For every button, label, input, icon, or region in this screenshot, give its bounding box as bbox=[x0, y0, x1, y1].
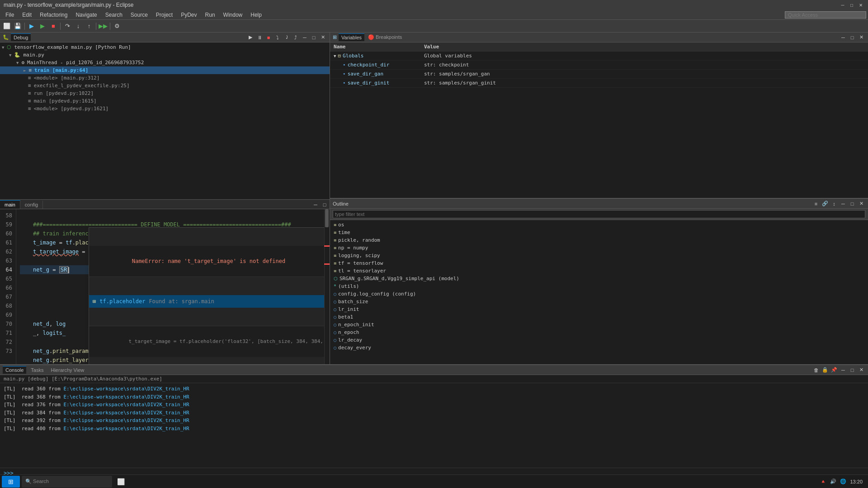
outline-item-np[interactable]: ≡ np = numpy bbox=[330, 244, 868, 252]
menu-search[interactable]: Search bbox=[102, 11, 126, 19]
menu-help[interactable]: Help bbox=[247, 11, 265, 19]
console-min-btn[interactable]: ─ bbox=[839, 366, 847, 374]
outline-item-n-epoch[interactable]: ○ n_epoch bbox=[330, 328, 868, 336]
save-button[interactable]: 💾 bbox=[13, 21, 23, 31]
outline-link-btn[interactable]: 🔗 bbox=[821, 200, 829, 208]
vars-min-btn[interactable]: ─ bbox=[839, 33, 847, 42]
outline-item-n-epoch-init[interactable]: ○ n_epoch_init bbox=[330, 321, 868, 328]
debug-suspend-btn[interactable]: ⏸ bbox=[255, 33, 264, 42]
outline-sort-btn[interactable]: ↕ bbox=[830, 200, 838, 208]
settings-button[interactable]: ⚙ bbox=[112, 21, 122, 31]
debug-stop-btn[interactable]: ■ bbox=[264, 33, 273, 42]
menubar: File Edit Refactoring Navigate Search So… bbox=[0, 10, 868, 20]
outline-min-btn[interactable]: ─ bbox=[839, 200, 847, 208]
code-line-64: net_g = SR NameError: name 't_target_ima… bbox=[20, 265, 321, 274]
close-button[interactable]: ✕ bbox=[857, 1, 864, 9]
tree-item-run[interactable]: ▼ ⬡ tensorflow_example main.py [Python R… bbox=[0, 43, 330, 51]
tab-main[interactable]: main bbox=[0, 200, 20, 209]
outline-item-tf[interactable]: ≡ tf = tensorflow bbox=[330, 259, 868, 267]
vars-close-btn[interactable]: ✕ bbox=[857, 33, 865, 42]
outline-item-time[interactable]: ≡ time bbox=[330, 229, 868, 236]
run-button[interactable]: ▶ bbox=[38, 21, 47, 31]
minimize-button[interactable]: ─ bbox=[839, 1, 846, 9]
stop-button[interactable]: ■ bbox=[48, 21, 58, 31]
start-button[interactable]: ⊞ bbox=[2, 476, 20, 488]
tree-item-main-pydev[interactable]: ≡ main [pydevd.py:1615] bbox=[0, 97, 330, 105]
outline-filter-input[interactable] bbox=[333, 210, 865, 218]
menu-project[interactable]: Project bbox=[152, 11, 176, 19]
debug-close-btn[interactable]: ✕ bbox=[319, 33, 327, 42]
vars-row-save-gan[interactable]: • save_dir_gan str: samples/srgan_gan bbox=[330, 70, 868, 79]
console-output[interactable]: [TL] read 360 from E:\eclipse-workspace\… bbox=[0, 383, 868, 468]
outline-item-decay-every[interactable]: ○ decay_every bbox=[330, 344, 868, 352]
outline-collapse-btn[interactable]: ≡ bbox=[812, 200, 820, 208]
debug-step-into-btn[interactable]: ⤵ bbox=[274, 33, 282, 42]
console-close-btn[interactable]: ✕ bbox=[857, 366, 865, 374]
editor-maximize-btn[interactable]: □ bbox=[321, 201, 329, 209]
outline-item-srgan[interactable]: ⬡ SRGAN_g.SRGAN_d,Vgg19_simple_api (mode… bbox=[330, 275, 868, 282]
debug-button[interactable]: ▶ bbox=[27, 21, 37, 31]
resume-button[interactable]: ▶▶ bbox=[98, 21, 108, 31]
new-button[interactable]: ⬜ bbox=[2, 21, 12, 31]
outline-close-btn[interactable]: ✕ bbox=[857, 200, 865, 208]
debug-minimize-btn[interactable]: ─ bbox=[301, 33, 309, 42]
variables-tab[interactable]: Variables bbox=[339, 33, 364, 41]
debug-tab[interactable]: Debug bbox=[11, 33, 31, 41]
menu-run[interactable]: Run bbox=[202, 11, 219, 19]
console-pin-btn[interactable]: 📌 bbox=[830, 366, 838, 374]
debug-step-return-btn[interactable]: ⤴ bbox=[292, 33, 300, 42]
autocomplete-item[interactable]: ⊞ tf.placeholder Found at: srgan.main bbox=[89, 295, 324, 308]
outline-item-config[interactable]: ○ config.log_config (config) bbox=[330, 290, 868, 298]
console-clear-btn[interactable]: 🗑 bbox=[812, 366, 820, 374]
menu-window[interactable]: Window bbox=[220, 11, 246, 19]
code-content[interactable]: ###============================= DEFINE … bbox=[16, 209, 324, 364]
menu-pydev[interactable]: PyDev bbox=[177, 11, 200, 19]
menu-edit[interactable]: Edit bbox=[19, 11, 35, 19]
tree-item-execfile[interactable]: ≡ execfile_l_pydev_execfile.py:25] bbox=[0, 82, 330, 89]
vars-row-save-ginit[interactable]: • save_dir_ginit str: samples/srgan_gini… bbox=[330, 79, 868, 88]
menu-source[interactable]: Source bbox=[127, 11, 151, 19]
search-taskbar[interactable]: 🔍 Search bbox=[22, 476, 112, 488]
outline-item-batch-size[interactable]: ○ batch_size bbox=[330, 298, 868, 305]
outline-item-os[interactable]: ≡ os bbox=[330, 221, 868, 229]
step-over-button[interactable]: ↷ bbox=[62, 21, 72, 31]
outline-max-btn[interactable]: □ bbox=[848, 200, 856, 208]
debug-step-over-btn[interactable]: ⤸ bbox=[283, 33, 291, 42]
step-return-button[interactable]: ↑ bbox=[84, 21, 94, 31]
step-into-button[interactable]: ↓ bbox=[73, 21, 83, 31]
tree-item-mainpy[interactable]: ▼ 🐍 main.py bbox=[0, 51, 330, 59]
outline-item-lr-init[interactable]: ○ lr_init bbox=[330, 305, 868, 313]
breakpoints-tab[interactable]: 🔴 Breakpoints bbox=[365, 33, 405, 41]
menu-file[interactable]: File bbox=[2, 11, 18, 19]
outline-item-pickle[interactable]: ≡ pickle, random bbox=[330, 236, 868, 244]
editor-minimize-btn[interactable]: ─ bbox=[311, 201, 320, 209]
outline-item-utils[interactable]: * (utils) bbox=[330, 282, 868, 290]
outline-item-logging[interactable]: ≡ logging, scipy bbox=[330, 252, 868, 259]
vars-row-checkpoint[interactable]: • checkpoint_dir str: checkpoint bbox=[330, 61, 868, 70]
task-view[interactable]: ⬜ bbox=[114, 476, 127, 488]
console-scroll-lock-btn[interactable]: 🔒 bbox=[821, 366, 829, 374]
outline-item-beta1[interactable]: ○ beta1 bbox=[330, 313, 868, 321]
tree-item-module1[interactable]: ≡ <module> [main.py:312] bbox=[0, 74, 330, 82]
outline-item-lr-decay[interactable]: ○ lr_decay bbox=[330, 336, 868, 344]
vars-row-globals[interactable]: ▼ ⊟ Globals Global variables bbox=[330, 52, 868, 61]
debug-maximize-btn[interactable]: □ bbox=[310, 33, 318, 42]
maximize-button[interactable]: □ bbox=[848, 1, 855, 9]
quick-access-input[interactable] bbox=[785, 11, 866, 19]
vars-max-btn[interactable]: □ bbox=[848, 33, 856, 42]
debug-panel: 🐛 Debug ▶ ⏸ ■ ⤵ ⤸ ⤴ ─ □ ✕ ▼ ⬡ tensorflow… bbox=[0, 33, 330, 364]
menu-navigate[interactable]: Navigate bbox=[72, 11, 100, 19]
variables-panel: ⊞ Variables 🔴 Breakpoints ─ □ ✕ Name Val… bbox=[330, 33, 868, 199]
titlebar: main.py - tensorflow_example/srgan/main.… bbox=[0, 0, 868, 10]
menu-refactoring[interactable]: Refactoring bbox=[36, 11, 71, 19]
console-panel: Console Tasks Hierarchy View 🗑 🔒 📌 ─ □ ✕… bbox=[0, 365, 868, 478]
debug-resume-btn[interactable]: ▶ bbox=[246, 33, 255, 42]
console-max-btn[interactable]: □ bbox=[848, 366, 856, 374]
tree-item-train[interactable]: ► ≡ train [main.py:64] bbox=[0, 66, 330, 74]
tree-item-mainthread[interactable]: ▼ ⚙ MainThread - pid_12076_id_2669687933… bbox=[0, 59, 330, 66]
outline-item-tl[interactable]: ≡ tl = tensorlayer bbox=[330, 267, 868, 275]
tree-item-module2[interactable]: ≡ <module> [pydevd.py:1621] bbox=[0, 105, 330, 113]
toolbar: ⬜ 💾 ▶ ▶ ■ ↷ ↓ ↑ ▶▶ ⚙ bbox=[0, 20, 868, 33]
tree-item-run-pydev[interactable]: ≡ run [pydevd.py:1022] bbox=[0, 89, 330, 97]
tab-config[interactable]: config bbox=[20, 201, 43, 209]
